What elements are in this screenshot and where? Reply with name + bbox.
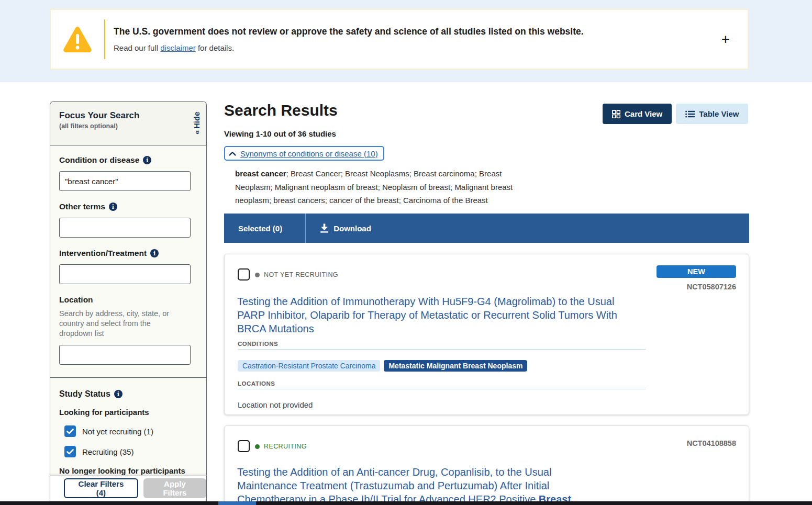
- other-terms-info-icon[interactable]: [109, 203, 117, 211]
- intervention-label-text: Intervention/Treatment: [59, 249, 147, 258]
- download-icon: [320, 223, 329, 233]
- location-helper-text: Search by address, city, state, or count…: [59, 309, 182, 339]
- apply-filters-button[interactable]: Apply Filters: [143, 478, 206, 498]
- condition-info-icon[interactable]: [143, 156, 151, 164]
- no-longer-looking-heading: No longer looking for participants: [59, 466, 191, 475]
- condition-tag[interactable]: Castration-Resistant Prostate Carcinoma: [238, 360, 380, 372]
- hide-label: Hide: [192, 112, 201, 129]
- conditions-label: CONDITIONS: [238, 341, 278, 347]
- banner-read-suffix: for details.: [196, 43, 234, 52]
- condition-label: Condition or disease: [59, 155, 191, 165]
- sidebar-title: Focus Your Search: [59, 110, 187, 121]
- other-terms-input[interactable]: [59, 218, 191, 238]
- results-action-bar: Selected (0) Download: [224, 214, 749, 243]
- warning-icon-wrap: [51, 26, 104, 53]
- intervention-input[interactable]: [59, 264, 191, 284]
- condition-tags: Castration-Resistant Prostate Carcinoma …: [238, 360, 527, 372]
- condition-tag-highlighted[interactable]: Metastatic Malignant Breast Neoplasm: [384, 360, 527, 372]
- synonyms-list: breast cancer; Breast Cancer; Breast Neo…: [235, 167, 528, 207]
- locations-rule: [238, 389, 646, 389]
- synonyms-link[interactable]: Synonyms of conditions or disease (10): [240, 149, 378, 158]
- intervention-info-icon[interactable]: [150, 249, 159, 257]
- new-badge: NEW: [657, 265, 736, 278]
- location-text: Location not provided: [238, 400, 313, 409]
- selected-count-button[interactable]: Selected (0): [224, 224, 305, 233]
- banner-expand-button[interactable]: +: [715, 29, 736, 50]
- intervention-label: Intervention/Treatment: [59, 249, 191, 258]
- bottom-footer-edge: [0, 501, 812, 505]
- disclaimer-banner: The U.S. government does not review or a…: [50, 9, 749, 70]
- filters-sidebar: Focus Your Search (all filters optional)…: [50, 101, 207, 505]
- list-icon: [685, 110, 695, 118]
- clear-filters-button[interactable]: Clear Filters (4): [64, 478, 138, 498]
- study-card: RECRUITING NCT04108858 Testing the Addit…: [224, 425, 749, 505]
- study-status-info-icon[interactable]: [114, 390, 123, 398]
- grid-icon: [612, 110, 620, 118]
- synonyms-toggle[interactable]: Synonyms of conditions or disease (10): [224, 146, 384, 161]
- looking-for-participants-heading: Looking for participants: [59, 408, 191, 417]
- hide-filters-button[interactable]: «Hide: [187, 102, 206, 145]
- study-title-link[interactable]: Testing the Addition of Immunotherapy Wi…: [237, 295, 635, 335]
- study-title-link[interactable]: Testing the Addition of an Anti-cancer D…: [237, 465, 604, 505]
- study-title-text: Testing the Addition of an Anti-cancer D…: [237, 466, 551, 505]
- sidebar-footer: Clear Filters (4) Apply Filters: [50, 475, 207, 501]
- view-toggle-group: Card View Table View: [603, 104, 748, 124]
- study-status-heading: Study Status: [59, 389, 191, 399]
- other-terms-label: Other terms: [59, 202, 191, 211]
- warning-icon: [62, 26, 93, 53]
- banner-read-prefix: Read our full: [114, 43, 160, 52]
- download-button[interactable]: Download: [320, 223, 371, 233]
- filter-recruiting[interactable]: Recruiting (35): [64, 446, 191, 457]
- collapse-chevron-icon: «: [192, 130, 201, 134]
- sidebar-divider: [50, 377, 206, 378]
- filter-label: Recruiting (35): [82, 447, 134, 456]
- sidebar-header: Focus Your Search (all filters optional)…: [50, 102, 206, 145]
- condition-input[interactable]: [59, 171, 191, 191]
- card-view-button[interactable]: Card View: [603, 104, 672, 124]
- status-dot-icon: [255, 444, 260, 449]
- study-status-heading-text: Study Status: [59, 389, 110, 399]
- condition-label-text: Condition or disease: [59, 155, 139, 165]
- conditions-rule: [238, 349, 646, 350]
- chevron-up-icon: [229, 151, 236, 156]
- location-input[interactable]: [59, 345, 191, 365]
- filter-label: Not yet recruiting (1): [82, 427, 153, 436]
- synonyms-search-term: breast cancer: [235, 169, 286, 178]
- banner-subtext: Read our full disclaimer for details.: [114, 43, 715, 52]
- study-status: NOT YET RECRUITING: [255, 271, 338, 278]
- table-view-button[interactable]: Table View: [676, 104, 748, 124]
- nct-id: NCT05807126: [687, 283, 736, 291]
- download-label: Download: [333, 224, 371, 233]
- sidebar-subtitle: (all filters optional): [59, 122, 187, 130]
- page-title: Search Results: [224, 102, 338, 119]
- banner-heading: The U.S. government does not review or a…: [114, 26, 715, 37]
- table-view-label: Table View: [699, 109, 739, 118]
- location-label: Location: [59, 295, 191, 305]
- study-status: RECRUITING: [255, 443, 307, 450]
- study-select-checkbox[interactable]: [238, 268, 250, 280]
- results-count: Viewing 1-10 out of 36 studies: [224, 129, 336, 138]
- action-bar-divider: [305, 214, 306, 243]
- other-terms-label-text: Other terms: [59, 202, 105, 211]
- disclaimer-link[interactable]: disclaimer: [160, 43, 196, 52]
- filter-not-yet-recruiting[interactable]: Not yet recruiting (1): [64, 425, 191, 437]
- bottom-footer-accent: [218, 501, 256, 505]
- card-view-label: Card View: [625, 109, 662, 118]
- study-card: NOT YET RECRUITING NEW NCT05807126 Testi…: [224, 254, 749, 415]
- study-select-checkbox[interactable]: [238, 440, 250, 452]
- checkbox-checked-icon[interactable]: [64, 446, 76, 457]
- locations-label: LOCATIONS: [238, 380, 275, 387]
- status-dot-icon: [255, 273, 260, 277]
- status-label: NOT YET RECRUITING: [264, 271, 338, 278]
- nct-id: NCT04108858: [687, 439, 736, 447]
- status-label: RECRUITING: [264, 443, 307, 450]
- checkbox-checked-icon[interactable]: [64, 425, 76, 437]
